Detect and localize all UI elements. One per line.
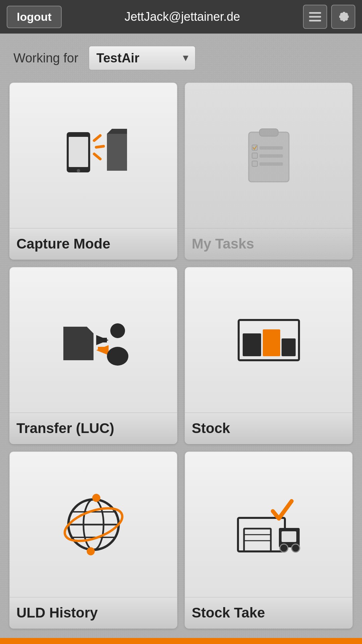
user-email: JettJack@jettainer.de	[125, 10, 240, 24]
tile-stock-take-label-area: Stock Take	[185, 597, 352, 628]
tile-my-tasks[interactable]: My Tasks	[185, 83, 353, 260]
tile-capture-mode-label: Capture Mode	[16, 236, 110, 252]
tile-capture-mode-icon-area	[10, 83, 177, 228]
settings-icon-button[interactable]	[331, 5, 355, 29]
tile-my-tasks-icon-area	[185, 83, 352, 228]
tile-uld-history[interactable]: ULD History	[9, 451, 177, 629]
tile-uld-history-label-area: ULD History	[10, 597, 177, 628]
tile-transfer-luc-label-area: Transfer (LUC)	[10, 413, 177, 444]
stock-take-icon	[232, 491, 306, 558]
tile-my-tasks-label-area: My Tasks	[185, 228, 352, 259]
svg-rect-17	[252, 153, 257, 158]
airline-select-wrapper[interactable]: TestAir ▼	[88, 46, 196, 70]
svg-point-36	[91, 492, 101, 503]
svg-rect-13	[259, 146, 283, 150]
header: logout JettJack@jettainer.de	[0, 0, 362, 34]
bottom-bar	[0, 638, 362, 644]
svg-rect-0	[309, 12, 321, 14]
svg-rect-15	[259, 162, 283, 166]
svg-line-7	[96, 146, 104, 147]
svg-point-24	[110, 323, 125, 338]
tile-my-tasks-label: My Tasks	[192, 236, 254, 252]
svg-marker-19	[63, 327, 94, 360]
list-icon-button[interactable]	[303, 5, 327, 29]
tile-capture-mode-label-area: Capture Mode	[10, 228, 177, 259]
svg-marker-10	[107, 129, 127, 134]
tile-stock-take-label: Stock Take	[192, 605, 265, 621]
svg-rect-29	[263, 329, 280, 356]
header-actions	[303, 5, 355, 29]
gear-icon	[336, 9, 351, 24]
svg-rect-27	[243, 333, 261, 356]
svg-line-6	[94, 136, 100, 141]
tile-stock-label: Stock	[192, 420, 230, 436]
tile-stock-take[interactable]: Stock Take	[185, 451, 353, 629]
tile-transfer-luc-icon-area	[10, 267, 177, 413]
svg-rect-4	[69, 137, 88, 167]
svg-line-8	[94, 154, 100, 159]
svg-rect-43	[282, 531, 296, 542]
svg-rect-28	[282, 338, 296, 356]
svg-marker-9	[107, 134, 127, 171]
svg-rect-18	[252, 161, 257, 166]
tile-stock-take-icon-area	[185, 452, 352, 597]
working-for-row: Working for TestAir ▼	[0, 34, 362, 77]
tile-stock-label-area: Stock	[185, 413, 352, 444]
tile-stock[interactable]: Stock	[185, 267, 353, 444]
transfer-luc-icon	[57, 307, 130, 374]
tile-transfer-luc[interactable]: Transfer (LUC)	[9, 267, 177, 444]
uld-history-icon	[57, 491, 130, 558]
svg-rect-12	[259, 129, 278, 136]
my-tasks-icon	[232, 122, 306, 189]
tile-capture-mode[interactable]: Capture Mode	[9, 83, 177, 260]
main-grid: Capture Mode My Tasks	[0, 77, 362, 638]
working-for-label: Working for	[13, 51, 78, 65]
svg-rect-23	[98, 347, 109, 350]
svg-rect-39	[244, 529, 271, 551]
capture-mode-icon	[57, 122, 130, 189]
svg-point-5	[77, 169, 80, 172]
tile-uld-history-icon-area	[10, 452, 177, 597]
svg-point-25	[107, 347, 128, 366]
logout-button[interactable]: logout	[7, 6, 62, 28]
list-icon	[308, 9, 322, 24]
svg-rect-1	[309, 16, 321, 18]
svg-rect-14	[259, 154, 283, 158]
svg-rect-21	[96, 338, 107, 342]
tile-uld-history-label: ULD History	[16, 605, 98, 621]
stock-icon	[232, 307, 306, 374]
airline-select[interactable]: TestAir	[88, 46, 196, 70]
tile-transfer-luc-label: Transfer (LUC)	[16, 420, 114, 436]
svg-point-37	[85, 546, 96, 556]
svg-rect-2	[309, 20, 321, 21]
tile-stock-icon-area	[185, 267, 352, 413]
svg-point-44	[280, 544, 288, 552]
svg-point-45	[292, 544, 300, 552]
